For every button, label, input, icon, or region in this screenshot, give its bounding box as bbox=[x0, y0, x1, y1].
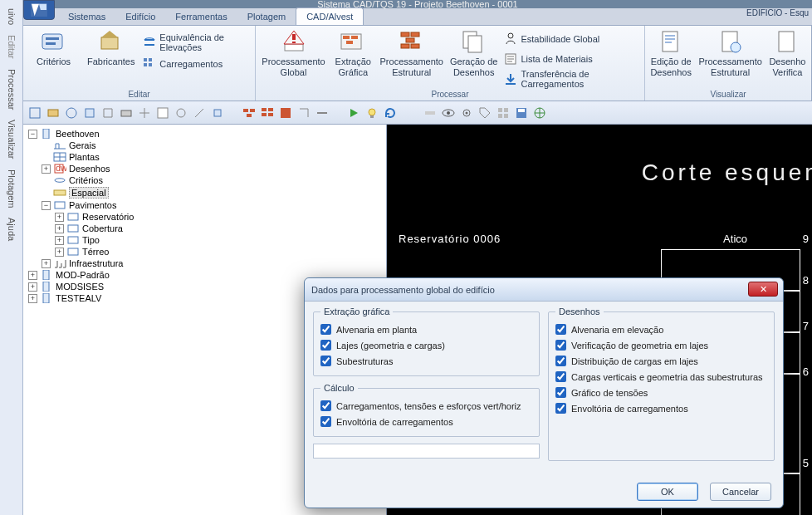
fieldset-extracao: Extração gráfica Alvenaria em planta Laj… bbox=[313, 307, 540, 376]
proc-global-button[interactable]: ProcessamentoGlobal bbox=[261, 29, 326, 87]
tree-item-selected[interactable]: Espacial bbox=[40, 186, 384, 199]
chk-dist-lajes[interactable]: Distribuição de cargas em lajes bbox=[555, 353, 767, 369]
qat-save-icon[interactable] bbox=[515, 106, 528, 120]
lista-materiais-button[interactable]: Lista de Materiais bbox=[504, 51, 639, 67]
svg-rect-19 bbox=[401, 44, 409, 48]
qat-icon[interactable] bbox=[83, 106, 96, 120]
transferencia-button[interactable]: Transferência de Carregamentos bbox=[504, 71, 639, 87]
tab-cad-alvest[interactable]: CAD/Alvest bbox=[296, 7, 364, 25]
qat-bricks-icon[interactable] bbox=[242, 106, 256, 120]
doc-icon bbox=[658, 29, 684, 56]
tree-item[interactable]: −Pavimentos bbox=[40, 199, 384, 211]
chk-alvenaria-planta[interactable]: Alvenaria em planta bbox=[320, 321, 532, 337]
canvas-number: 9 bbox=[803, 233, 809, 245]
tree-item[interactable]: Plantas bbox=[40, 151, 384, 163]
tab-edificio[interactable]: Edifício bbox=[115, 8, 165, 25]
vis-proc-estrutural-button[interactable]: ProcessamentoEstrutural bbox=[698, 29, 761, 77]
qat-bulb-icon[interactable] bbox=[365, 106, 379, 120]
chk-envoltoria[interactable]: Envoltória de carregamentos bbox=[320, 414, 532, 429]
tab-plotagem[interactable]: Plotagem bbox=[237, 8, 296, 25]
tab-ferramentas[interactable]: Ferramentas bbox=[165, 8, 237, 25]
close-button[interactable]: ✕ bbox=[748, 282, 778, 297]
equivalencia-button[interactable]: Equivalência de Elevações bbox=[143, 34, 250, 51]
qat-icon[interactable] bbox=[28, 106, 42, 120]
criterios-button[interactable]: Critérios bbox=[28, 29, 79, 72]
tree-item[interactable]: +Reservatório bbox=[53, 211, 384, 223]
svg-rect-25 bbox=[663, 32, 677, 52]
tree-item[interactable]: +Tipo bbox=[53, 234, 384, 246]
chk-lajes-geo[interactable]: Lajes (geometria e cargas) bbox=[320, 337, 532, 353]
qat-icon[interactable] bbox=[46, 106, 60, 120]
qat-icon[interactable] bbox=[423, 106, 437, 120]
tree-item[interactable]: Gerais bbox=[40, 140, 384, 151]
geracao-button[interactable]: Geração deDesenhos bbox=[450, 29, 497, 87]
svg-rect-17 bbox=[411, 32, 419, 37]
svg-rect-57 bbox=[518, 109, 525, 112]
svg-rect-16 bbox=[401, 32, 409, 37]
chk-cv-sub[interactable]: Cargas verticais e geometria das subestr… bbox=[555, 369, 767, 385]
chk-graf-tens[interactable]: Gráfico de tensões bbox=[555, 385, 767, 400]
qat-icon[interactable] bbox=[316, 106, 329, 120]
tree-item[interactable]: +Cobertura bbox=[53, 223, 384, 234]
qat-icon[interactable] bbox=[101, 106, 115, 120]
tree-node-root[interactable]: −Beethoven bbox=[27, 128, 384, 140]
qat-gear-icon[interactable] bbox=[460, 106, 473, 120]
chk-alv-elev[interactable]: Alvenaria em elevação bbox=[555, 321, 767, 337]
chk-ver-lajes[interactable]: Verificação de geometria em lajes bbox=[555, 337, 767, 353]
tab-sistemas[interactable]: Sistemas bbox=[58, 8, 115, 25]
edicao-desenhos-button[interactable]: Edição deDesenhos bbox=[650, 29, 692, 77]
qat-refresh-icon[interactable] bbox=[384, 106, 397, 120]
sidebar-item-ajuda[interactable]: Ajuda bbox=[7, 213, 17, 246]
proc-estrutural-button[interactable]: ProcessamentoEstrutural bbox=[380, 29, 443, 87]
group-label-processar: Processar bbox=[256, 90, 644, 99]
ok-button[interactable]: OK bbox=[637, 483, 698, 501]
chk-carr-vh[interactable]: Carregamentos, tensões e esforços vert/h… bbox=[320, 398, 532, 414]
sidebar-item-editar[interactable]: Editar bbox=[7, 30, 17, 64]
chk-env-carr2[interactable]: Envoltória de carregamentos bbox=[555, 400, 767, 416]
tree-item[interactable]: Critérios bbox=[40, 174, 384, 186]
qat-bricks2-icon[interactable] bbox=[261, 106, 274, 120]
qat-icon[interactable] bbox=[156, 106, 169, 120]
desenho-verif-button[interactable]: DesenhoVerifica bbox=[769, 29, 806, 77]
qat-eye-icon[interactable] bbox=[442, 106, 455, 120]
carregamentos-icon bbox=[143, 57, 156, 71]
tree-item[interactable]: +dwgDesenhos bbox=[40, 163, 384, 174]
app-menu-button[interactable] bbox=[23, 0, 55, 20]
group-visualizar: Edição deDesenhos ProcessamentoEstrutura… bbox=[645, 26, 811, 101]
svg-rect-68 bbox=[68, 248, 78, 255]
estabilidade-button[interactable]: Estabilidade Global bbox=[504, 31, 639, 47]
cancel-button[interactable]: Cancelar bbox=[710, 483, 771, 501]
svg-rect-69 bbox=[43, 270, 49, 280]
qat-tag-icon[interactable] bbox=[478, 106, 492, 120]
svg-point-51 bbox=[466, 111, 468, 114]
svg-point-31 bbox=[66, 108, 76, 118]
qat-icon[interactable] bbox=[120, 106, 133, 120]
svg-point-45 bbox=[369, 109, 375, 115]
svg-rect-71 bbox=[43, 293, 49, 303]
qat-icon[interactable] bbox=[138, 106, 151, 120]
sidebar-item-processar[interactable]: Processar bbox=[7, 64, 17, 115]
qat-grid-icon[interactable] bbox=[496, 106, 510, 120]
extracao-button[interactable]: ExtraçãoGráfica bbox=[333, 29, 374, 87]
sidebar-item-visualizar[interactable]: Visualizar bbox=[7, 115, 17, 164]
dialog-titlebar[interactable]: Dados para processamento global do edifí… bbox=[305, 278, 783, 302]
fieldset-calculo: Cálculo Carregamentos, tensões e esforço… bbox=[313, 383, 540, 437]
qat-icon[interactable] bbox=[174, 106, 188, 120]
sidebar-item-plotagem[interactable]: Plotagem bbox=[7, 164, 17, 213]
qat-icon[interactable] bbox=[193, 106, 206, 120]
chk-subestruturas[interactable]: Subestruturas bbox=[320, 353, 532, 369]
qat-icon[interactable] bbox=[297, 106, 311, 120]
qat-icon[interactable] bbox=[211, 106, 224, 120]
carregamentos-button[interactable]: Carregamentos bbox=[143, 56, 250, 72]
qat-play-icon[interactable] bbox=[347, 106, 360, 120]
tree-item[interactable]: +Infraestrutura bbox=[40, 258, 384, 269]
qat-icon[interactable] bbox=[65, 106, 78, 120]
qat-globe-icon[interactable] bbox=[533, 106, 546, 120]
fabricantes-button[interactable]: Fabricantes bbox=[86, 29, 136, 72]
warning-icon bbox=[281, 29, 307, 56]
qat-bricks3-icon[interactable] bbox=[279, 106, 292, 120]
sidebar-item-arquivo[interactable]: uivo bbox=[7, 3, 17, 30]
tree-item[interactable]: +Térreo bbox=[53, 246, 384, 258]
canvas-number: 7 bbox=[803, 320, 809, 332]
canvas-number: 5 bbox=[803, 457, 809, 469]
